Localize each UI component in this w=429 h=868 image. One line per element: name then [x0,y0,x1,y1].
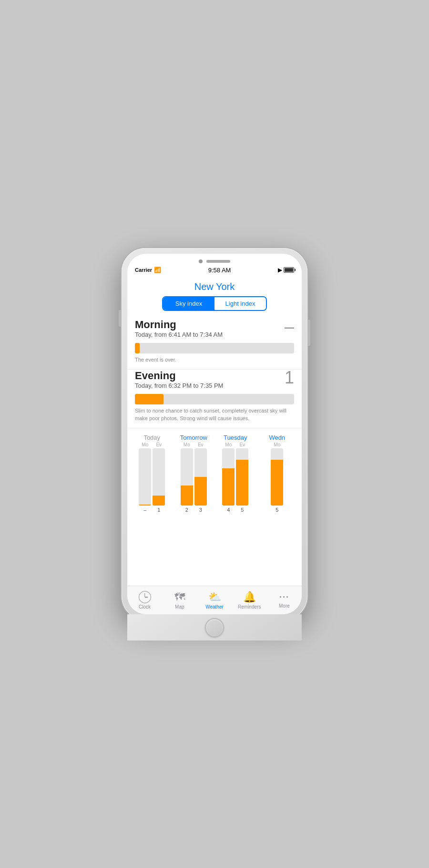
screen-content[interactable]: New York Sky index Light index Morning T… [127,277,302,586]
morning-index: – [285,317,294,337]
chart-days: Today Mo – Ev [131,434,298,513]
bar-tuesday-mo-container [222,448,235,506]
battery-indicator [284,267,294,273]
chart-label-tomorrow: Tomorrow [180,434,207,441]
bar-tuesday-mo: Mo 4 [222,442,235,513]
chart-section: Today Mo – Ev [127,428,302,517]
morning-title-text: Morning [135,319,223,331]
nav-label-reminders: Reminders [238,604,261,610]
morning-progress-bar [135,343,294,353]
bar-tomorrow-ev-fill [194,477,207,506]
chart-label-wednesday: Wedn [269,434,285,441]
front-camera [199,259,203,263]
phone-top-decoration [199,259,230,263]
bar-today-mo-container [139,448,151,506]
location-icon: ▶ [278,267,282,273]
bar-today-ev-container [153,448,165,506]
status-bar: Carrier 📶 9:58 AM ▶ [127,263,302,277]
nav-label-more: More [279,603,290,609]
morning-header: Morning Today, from 6:41 AM to 7:34 AM – [135,319,294,342]
chart-label-today: Today [143,434,160,441]
bar-wednesday-mo: Mo 5 [271,442,283,513]
morning-progress-fill [135,343,140,353]
evening-header: Evening Today, from 6:32 PM to 7:35 PM 1 [135,370,294,393]
status-time: 9:58 AM [208,267,231,274]
bar-today-ev: Ev 1 [153,442,165,513]
bar-tomorrow-mo-container [181,448,193,506]
segment-sky-index[interactable]: Sky index [163,297,214,310]
status-right: ▶ [278,267,294,273]
chart-day-today: Today Mo – Ev [131,434,173,513]
evening-progress-bar [135,394,294,404]
bar-tuesday-ev: Ev 5 [236,442,248,513]
wifi-icon: 📶 [154,267,161,273]
bottom-nav: Clock 🗺 Map ⛅ Weather 🔔 Reminders ··· Mo… [127,586,302,614]
status-left: Carrier 📶 [135,267,161,273]
bar-today-ev-fill [153,496,165,506]
weather-icon: ⛅ [208,591,221,603]
carrier-label: Carrier [135,267,152,273]
chart-day-tomorrow: Tomorrow Mo 2 Ev [173,434,215,513]
bar-today-mo: Mo – [139,442,151,513]
evening-description: Slim to none chance to catch sunset, com… [135,407,294,422]
evening-title-text: Evening [135,370,223,382]
nav-item-reminders[interactable]: 🔔 Reminders [232,591,267,610]
phone-speaker [206,260,230,263]
evening-title-group: Evening Today, from 6:32 PM to 7:35 PM [135,370,223,393]
reminders-icon: 🔔 [243,591,256,603]
segment-light-index[interactable]: Light index [214,297,266,310]
bar-tomorrow-ev-container [194,448,207,506]
nav-label-weather: Weather [205,604,224,610]
nav-label-clock: Clock [139,604,151,610]
nav-item-clock[interactable]: Clock [127,591,162,610]
map-icon: 🗺 [174,591,185,603]
home-button[interactable] [205,618,224,637]
bar-tomorrow-mo-fill [181,486,193,506]
chart-day-tuesday: Tuesday Mo 4 Ev [214,434,256,513]
more-icon: ··· [279,592,289,602]
bar-today-mo-fill [139,505,151,506]
bar-tuesday-ev-fill [236,460,248,506]
chart-label-tuesday: Tuesday [224,434,247,441]
evening-progress-fill [135,394,163,404]
bar-wednesday-mo-container [271,448,283,506]
segment-control[interactable]: Sky index Light index [162,296,267,311]
home-button-area [127,614,302,641]
bar-tomorrow-mo: Mo 2 [181,442,193,513]
bar-tuesday-ev-container [236,448,248,506]
nav-item-more[interactable]: ··· More [267,592,302,609]
battery-fill [285,268,293,272]
phone-screen: Carrier 📶 9:58 AM ▶ New York Sky index L… [127,254,302,614]
morning-description: The event is over. [135,356,294,363]
evening-section: Evening Today, from 6:32 PM to 7:35 PM 1… [127,370,302,428]
morning-subtitle: Today, from 6:41 AM to 7:34 AM [135,331,223,338]
nav-label-map: Map [175,604,184,610]
bar-tomorrow-ev: Ev 3 [194,442,207,513]
bar-wednesday-mo-fill [271,460,283,506]
nav-item-map[interactable]: 🗺 Map [162,591,197,610]
city-name: New York [127,277,302,296]
evening-index: 1 [285,368,294,388]
morning-title: Morning Today, from 6:41 AM to 7:34 AM [135,319,223,342]
nav-item-weather[interactable]: ⛅ Weather [197,591,232,610]
bar-tuesday-mo-fill [222,468,235,506]
morning-section: Morning Today, from 6:41 AM to 7:34 AM –… [127,319,302,370]
chart-day-wednesday: Wedn Mo 5 [256,434,298,513]
phone-device: Carrier 📶 9:58 AM ▶ New York Sky index L… [122,248,307,620]
evening-subtitle: Today, from 6:32 PM to 7:35 PM [135,382,223,389]
